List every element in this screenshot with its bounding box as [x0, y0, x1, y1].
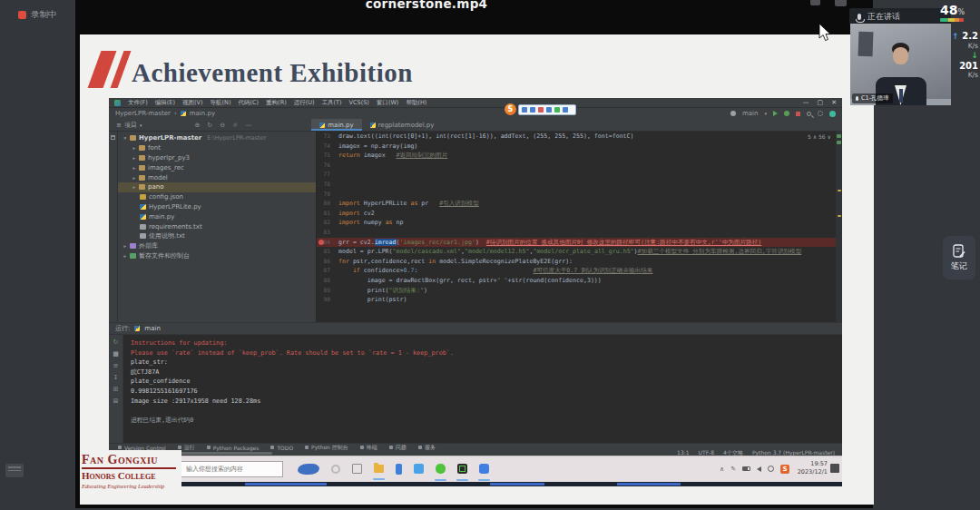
sogou-logo-icon[interactable]: S [505, 103, 516, 115]
sogou-ime-icon[interactable]: S [780, 465, 789, 474]
ime-tool-icon[interactable] [538, 107, 544, 113]
restore-layout-icon[interactable]: ≡ [113, 362, 119, 369]
ime-tool-icon[interactable] [554, 107, 560, 113]
mail-icon[interactable] [414, 464, 424, 474]
menu-item[interactable]: 文件(F) [128, 99, 148, 107]
editor-scrollbar[interactable] [836, 132, 842, 322]
notes-button[interactable]: 笔记 [943, 236, 975, 280]
soft-wrap-icon[interactable]: ⊞ [113, 386, 119, 393]
breadcrumb-project[interactable]: HyperLPR-master [115, 110, 171, 117]
tool-window-button[interactable]: 问题 [389, 444, 407, 452]
tree-item[interactable]: ▸外部库 [118, 241, 316, 251]
stop-button[interactable] [796, 112, 800, 116]
battery-icon[interactable] [742, 466, 750, 471]
project-panel-header[interactable]: ≡ 项目 ▾ [109, 119, 142, 131]
line-number[interactable]: 73 [317, 132, 335, 142]
tree-item[interactable]: ▸model [118, 172, 316, 182]
line-number[interactable]: 89 [317, 286, 335, 296]
editor-tab[interactable]: regplatemodel.py [362, 119, 443, 131]
menu-item[interactable]: 视图(V) [182, 99, 203, 107]
menu-item[interactable]: 重构(R) [266, 99, 287, 107]
tool-window-button[interactable]: 服务 [418, 444, 436, 452]
tree-item[interactable]: requirements.txt [118, 221, 316, 231]
settings-gear-icon[interactable] [818, 111, 823, 116]
speaker-icon[interactable] [757, 466, 761, 472]
hidden-icons-chevron[interactable]: ∧ [720, 466, 724, 473]
line-number[interactable]: 87 [317, 266, 335, 276]
clear-icon[interactable]: ⊠ [113, 397, 119, 405]
breakpoint-icon[interactable] [318, 240, 324, 245]
line-number[interactable]: 83 [317, 228, 335, 238]
menu-item[interactable]: 编辑(E) [155, 99, 175, 107]
tree-item[interactable]: HyperLPRLite.py [118, 202, 316, 212]
toolbar-partial-icon[interactable] [835, 0, 847, 6]
tree-item[interactable]: ▸pano [118, 182, 316, 192]
tree-expand-icon[interactable]: ▸ [131, 155, 138, 161]
rerun-icon[interactable]: ↻ [113, 338, 119, 346]
scroll-to-end-icon[interactable]: ↧ [113, 374, 119, 381]
whiteboard-icon[interactable] [5, 464, 24, 477]
line-number[interactable]: 86 [317, 257, 335, 267]
breadcrumb-file[interactable]: main.py [190, 110, 215, 117]
minimize-button[interactable]: — [803, 99, 809, 106]
tool-window-button[interactable]: Python 控制台 [305, 444, 348, 452]
run-config-selector[interactable]: main [742, 110, 759, 117]
tree-item[interactable]: ▸font [118, 143, 316, 153]
statusbar-item[interactable]: Python 3.7 (HyperLPR-master) [752, 449, 835, 456]
line-number[interactable]: 81 [317, 209, 335, 219]
editor-tab[interactable]: main.py [311, 119, 361, 131]
line-number[interactable]: 80 [317, 199, 335, 209]
line-number[interactable]: 85 [317, 247, 335, 257]
console-tab[interactable]: main [144, 325, 161, 332]
close-button[interactable]: ✕ [831, 99, 837, 106]
taskbar-clock[interactable]: 19:57 2023/12/1 [798, 460, 828, 476]
line-number[interactable]: 82 [317, 218, 335, 228]
maximize-button[interactable]: ▢ [818, 99, 824, 106]
line-number[interactable]: 84 [317, 238, 335, 248]
search-icon[interactable] [807, 112, 811, 116]
inspection-widget[interactable]: 5 ∧ 56 ∨ [808, 132, 831, 142]
task-view-icon[interactable] [352, 464, 362, 474]
toolbar-partial-icon[interactable] [810, 0, 820, 5]
menu-item[interactable]: 窗口(W) [377, 99, 399, 107]
tree-item[interactable]: config.json [118, 192, 316, 202]
project-stripe-icon[interactable] [111, 135, 115, 140]
stop-icon[interactable]: ■ [113, 350, 119, 358]
cortana-icon[interactable] [331, 465, 340, 474]
ime-tool-icon[interactable] [546, 107, 552, 113]
panel-tool-icon[interactable]: — [245, 122, 251, 129]
tree-expand-icon[interactable]: ▸ [122, 243, 129, 249]
tool-window-button[interactable]: 终端 [360, 444, 377, 452]
line-number[interactable]: 90 [317, 295, 335, 305]
ime-tool-icon[interactable] [530, 107, 535, 113]
menu-item[interactable]: 代码(C) [238, 99, 259, 107]
debug-button[interactable] [784, 111, 789, 116]
tree-item[interactable]: main.py [118, 211, 316, 221]
statusbar-item[interactable]: 13:1 [677, 449, 689, 456]
statusbar-item[interactable]: UTF-8 [699, 449, 715, 456]
panel-tool-icon[interactable]: ⊖ [220, 122, 225, 129]
network-icon[interactable] [768, 466, 774, 472]
menu-item[interactable]: 帮助(H) [406, 99, 426, 107]
tool-window-button[interactable]: Python Packages [207, 445, 260, 451]
wechat-icon[interactable] [436, 464, 446, 474]
tree-expand-icon[interactable]: ▸ [131, 145, 138, 151]
search-input[interactable] [181, 465, 282, 474]
pycharm-icon[interactable] [457, 464, 467, 474]
taskbar-search[interactable] [180, 461, 283, 477]
user-icon[interactable] [730, 111, 736, 116]
participant-webcam[interactable]: C1-孔德璋 [850, 24, 951, 105]
statusbar-item[interactable]: 4个空格 [723, 449, 743, 456]
line-number[interactable]: 78 [317, 180, 335, 190]
line-number[interactable]: 77 [317, 170, 335, 180]
tree-expand-icon[interactable]: ▸ [131, 184, 138, 190]
file-explorer-icon[interactable] [374, 465, 384, 473]
ime-tool-icon[interactable] [563, 107, 568, 113]
tree-item[interactable]: ▸images_rec [118, 162, 316, 172]
tool-window-button[interactable]: TODO [270, 445, 293, 451]
pen-icon[interactable]: ✎ [730, 466, 736, 473]
panel-tool-icon[interactable]: ☼ [232, 122, 238, 129]
notification-center-icon[interactable] [830, 464, 839, 473]
run-button[interactable] [773, 111, 778, 116]
tool-window-stripe[interactable] [109, 132, 118, 322]
